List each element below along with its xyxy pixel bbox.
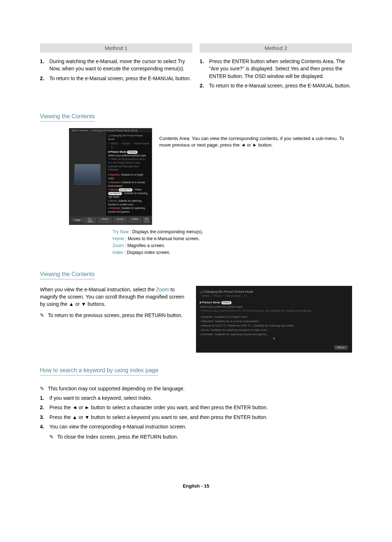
ss-home-button[interactable]: Home	[98, 217, 112, 223]
zoom-screenshot: ❏ Changing the Preset Picture Mode O MEN…	[196, 286, 352, 353]
search-step2: Press the ◄ or ► button to select a char…	[49, 404, 352, 411]
search-note-bottom: To close the Index screen, press the RET…	[57, 434, 178, 440]
method1-column: Method 1 1.During watching the e-Manual,…	[40, 44, 192, 91]
method1-step1: During watching the e-Manual, move the c…	[49, 58, 192, 73]
ss-trynow-button[interactable]: Try Now	[84, 217, 96, 223]
search-title: How to search a keyword by using index p…	[40, 367, 158, 375]
search-step4: You can view the corresponding e-Manual …	[49, 423, 352, 430]
ss-zoom-button[interactable]: Zoom	[113, 217, 127, 223]
note-icon	[49, 434, 57, 440]
ss2-return-button[interactable]: Return	[334, 345, 348, 350]
method1-header: Method 1	[40, 44, 192, 53]
page-footer: English - 15	[40, 483, 352, 489]
viewing2-row: When you view the e-Manual instruction, …	[40, 286, 352, 353]
ss-close-button[interactable]: X	[143, 217, 150, 223]
viewing1-row: Basic Features > Changing the Preset Pic…	[40, 128, 352, 225]
legend: Try Now : Displays the corresponding men…	[113, 229, 352, 256]
viewing2-title: Viewing the Contents	[40, 271, 95, 279]
ss-breadcrumb: Basic Features > Changing the Preset Pic…	[69, 128, 152, 132]
search-note-top: This function may not supported dependin…	[48, 386, 185, 391]
note-icon	[40, 312, 48, 319]
search-step1: If you want to search a keyword, select …	[49, 394, 352, 402]
contents-area-desc: Contents Area: You can view the correspo…	[159, 135, 352, 148]
arrow-up-icon	[69, 301, 74, 307]
method2-step2: To return to the e-Manual screen, press …	[209, 82, 352, 89]
method2-column: Method 2 1.Press the ENTER button when s…	[200, 44, 352, 91]
viewing2-note: To return to the previous screen, press …	[48, 312, 183, 319]
ss-thumbnail	[74, 164, 101, 185]
search-step3: Press the ▲ or ▼ button to select a keyw…	[49, 414, 352, 421]
ss-index-button[interactable]: Index	[128, 217, 142, 223]
viewing1-title: Viewing the Contents	[40, 113, 95, 122]
emanual-screenshot: Basic Features > Changing the Preset Pic…	[69, 128, 152, 225]
ss-help-button[interactable]: Help	[72, 218, 84, 222]
method1-step2: To return to the e-Manual screen, press …	[49, 75, 192, 82]
method2-step1: Press the ENTER button when selecting Co…	[209, 58, 352, 80]
methods-row: Method 1 1.During watching the e-Manual,…	[40, 44, 352, 91]
note-icon	[40, 386, 48, 391]
method2-header: Method 2	[200, 44, 352, 53]
arrow-down-icon	[81, 301, 86, 307]
